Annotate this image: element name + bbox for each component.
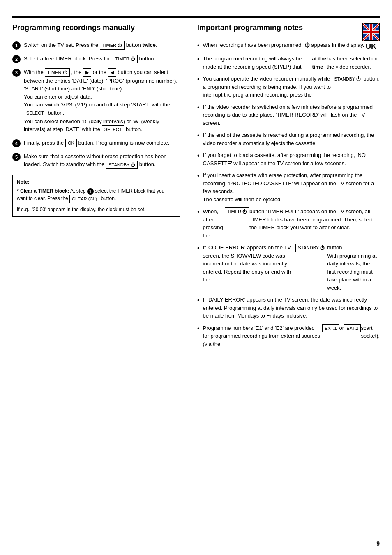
bullet-9: If 'CODE ERROR' appears on the TV screen… xyxy=(197,244,380,292)
svg-rect-8 xyxy=(363,31,379,33)
step-number-2: 2 xyxy=(12,55,21,63)
select-button-2: SELECT xyxy=(102,125,125,134)
timer-button-3: TIMER ⏻ xyxy=(45,68,69,77)
step-4: 4 Finally, press the OK button. Programm… xyxy=(12,139,180,147)
bullet-4: If the video recorder is switched on a f… xyxy=(197,103,380,127)
bullet-6: If you forget to load a cassette, after … xyxy=(197,151,380,167)
back-button: ◀ xyxy=(108,68,116,77)
uk-flag-background xyxy=(362,23,380,41)
bullet-3: You cannot operate the video recorder ma… xyxy=(197,75,380,99)
standby-button-1: STANDBY ⏻ xyxy=(106,161,138,169)
step-5-content: Make sure that a cassette without erase … xyxy=(24,152,180,169)
forward-button: ▶ xyxy=(83,68,91,77)
step-number-3: 3 xyxy=(12,69,21,77)
step-4-content: Finally, press the OK button. Programmin… xyxy=(24,139,180,147)
ext1-button: EXT.1 xyxy=(322,324,339,333)
left-section-title: Programming recordings manually xyxy=(12,23,180,35)
bullet-2: The programmed recording will always be … xyxy=(197,55,380,71)
note-line-2: If e.g.: '20:00' appears in the display,… xyxy=(17,206,176,213)
page-number: 9 xyxy=(376,540,380,547)
note-line-1: * Clear a TIMER block: At step 1 select … xyxy=(17,187,176,203)
step-number-4: 4 xyxy=(12,139,21,147)
timer-button-1: TIMER ⏻ xyxy=(100,41,125,50)
page-wrapper: Programming recordings manually 1 Switch… xyxy=(0,0,392,555)
step-number-1: 1 xyxy=(12,41,21,50)
step-2-content: Select a free TIMER block. Press the TIM… xyxy=(24,55,180,63)
content-area: Programming recordings manually 1 Switch… xyxy=(12,16,380,358)
bullet-1: When recordings have been programmed, ⏻ … xyxy=(197,41,380,51)
step-1: 1 Switch on the TV set. Press the TIMER … xyxy=(12,41,180,50)
timer-button-4: TIMER ⏻ xyxy=(225,207,249,216)
note-step-ref: 1 xyxy=(87,188,94,195)
step-3-content: With the TIMER ⏻ , the ▶ or the ◀ button… xyxy=(24,68,180,134)
timer-button-2: TIMER ⏻ xyxy=(113,55,138,63)
step-5: 5 Make sure that a cassette without eras… xyxy=(12,152,180,169)
note-box: Note: * Clear a TIMER block: At step 1 s… xyxy=(12,175,180,217)
step-number-5: 5 xyxy=(12,153,21,161)
ext2-button: EXT.2 xyxy=(344,324,361,333)
bullet-7: If you insert a cassette with erase prot… xyxy=(197,171,380,203)
left-column: Programming recordings manually 1 Switch… xyxy=(12,23,189,352)
right-section-title: Important programming notes xyxy=(197,23,380,35)
standby-button-3: STANDBY ⏻ xyxy=(295,244,327,252)
right-column: UK Important programming notes When reco… xyxy=(189,23,380,352)
step-2: 2 Select a free TIMER block. Press the T… xyxy=(12,55,180,63)
bullet-10: If 'DAILY ERROR' appears on the TV scree… xyxy=(197,296,380,320)
step-1-content: Switch on the TV set. Press the TIMER ⏻ … xyxy=(24,41,180,50)
uk-flag: UK xyxy=(362,23,380,48)
note-title: Note: xyxy=(17,178,176,186)
bullet-11: Programme numbers 'E1' and 'E2' are prov… xyxy=(197,324,380,348)
standby-button-2: STANDBY ⏻ xyxy=(332,75,363,83)
bullet-5: If the end of the cassette is reached du… xyxy=(197,131,380,147)
uk-flag-svg xyxy=(363,23,379,41)
select-button-1: SELECT xyxy=(24,109,46,117)
uk-label: UK xyxy=(366,42,376,51)
step-3: 3 With the TIMER ⏻ , the ▶ or the ◀ butt… xyxy=(12,68,180,134)
bullet-8: When, after pressing the TIMER ⏻ button … xyxy=(197,207,380,240)
bullet-list: When recordings have been programmed, ⏻ … xyxy=(197,41,380,348)
clear-button: CLEAR (CL) xyxy=(69,195,99,203)
ok-button: OK xyxy=(65,139,77,147)
